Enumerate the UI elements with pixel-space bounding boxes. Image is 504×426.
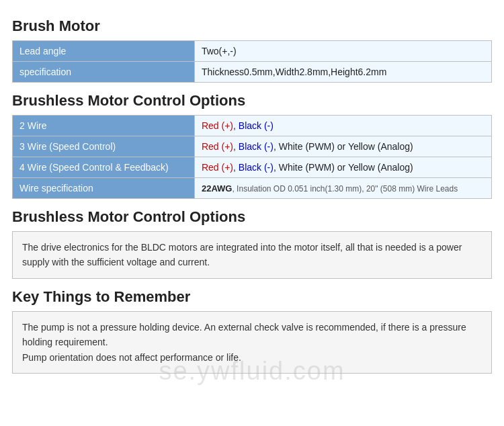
black-text: Black (-) (239, 141, 274, 152)
3wire-label: 3 Wire (Speed Control) (13, 136, 195, 157)
wire-spec-bold: 22AWG (202, 183, 233, 194)
brushless-options-title: Brushless Motor Control Options (12, 92, 492, 110)
table-row: 2 Wire Red (+), Black (-) (13, 116, 492, 136)
black-text: Black (-) (239, 120, 274, 131)
table-row: 4 Wire (Speed Control & Feedback) Red (+… (13, 157, 492, 178)
lead-angle-value: Two(+,-) (194, 41, 491, 62)
lead-angle-label: Lead angle (13, 41, 195, 62)
brushless-info-title: Brushless Motor Control Options (12, 208, 492, 226)
2wire-label: 2 Wire (13, 116, 195, 136)
wire-spec-value: 22AWG, Insulation OD 0.051 inch(1.30 mm)… (194, 178, 491, 199)
specification-label: specification (13, 62, 195, 83)
wire-spec-label: Wire specification (13, 178, 195, 199)
page-content: Brush Motor Lead angle Two(+,-) specific… (0, 0, 504, 395)
2wire-value: Red (+), Black (-) (194, 116, 491, 136)
4wire-value: Red (+), Black (-), White (PWM) or Yello… (194, 157, 491, 178)
specification-value: Thickness0.5mm,Width2.8mm,Height6.2mm (194, 62, 491, 83)
key-things-title: Key Things to Remember (12, 288, 492, 306)
red-text: Red (+) (202, 162, 233, 173)
brushless-options-table: 2 Wire Red (+), Black (-) 3 Wire (Speed … (12, 115, 492, 199)
red-text: Red (+) (202, 141, 233, 152)
wire-spec-small: , Insulation OD 0.051 inch(1.30 mm), 20"… (232, 184, 458, 194)
brush-motor-table: Lead angle Two(+,-) specification Thickn… (12, 40, 492, 83)
4wire-label: 4 Wire (Speed Control & Feedback) (13, 157, 195, 178)
3wire-value: Red (+), Black (-), White (PWM) or Yello… (194, 136, 491, 157)
black-text: Black (-) (239, 162, 274, 173)
brush-motor-title: Brush Motor (12, 17, 492, 35)
brushless-info-box: The drive electronics for the BLDC motor… (12, 231, 492, 279)
table-row: specification Thickness0.5mm,Width2.8mm,… (13, 62, 492, 83)
key-things-box: The pump is not a pressure holding devic… (12, 311, 492, 374)
red-text: Red (+) (202, 120, 233, 131)
table-row: 3 Wire (Speed Control) Red (+), Black (-… (13, 136, 492, 157)
key-things-line-2: Pump orientation does not affect perform… (22, 350, 482, 365)
brushless-description: The drive electronics for the BLDC motor… (22, 242, 462, 267)
key-things-line-1: The pump is not a pressure holding devic… (22, 320, 482, 350)
table-row: Wire specification 22AWG, Insulation OD … (13, 178, 492, 199)
table-row: Lead angle Two(+,-) (13, 41, 492, 62)
